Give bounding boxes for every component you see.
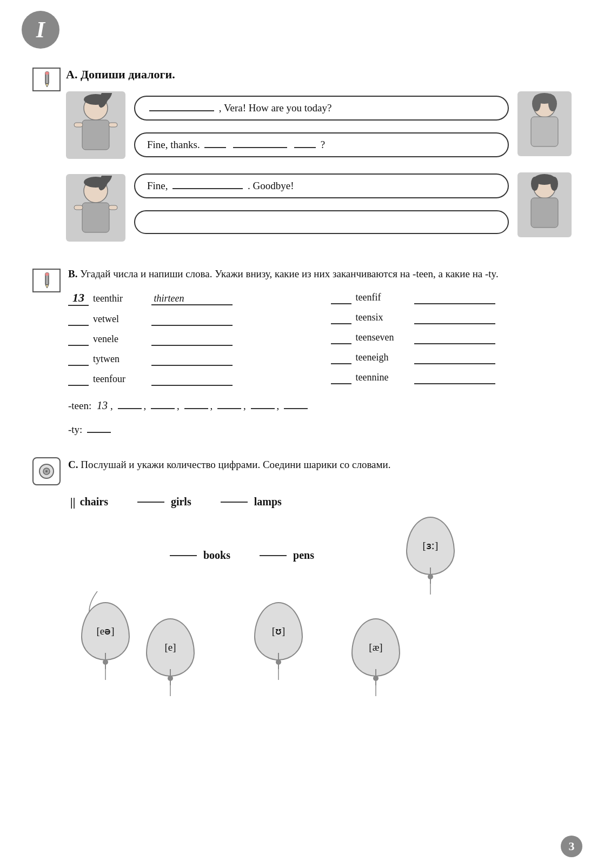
word-row-2: vetwel: [68, 312, 309, 326]
part-b-instruction: B. Угадай числа и напиши слова. Укажи вн…: [68, 266, 572, 282]
word-row-10: teennine: [331, 371, 572, 384]
speech-bubble-4: [134, 210, 509, 234]
answer-10[interactable]: [414, 372, 495, 384]
girls-item: girls: [135, 496, 191, 508]
balloon-ʊ: [ʊ]: [254, 602, 303, 696]
blank-2c[interactable]: [294, 147, 316, 148]
chairs-item: || chairs: [70, 495, 108, 509]
blank-2b[interactable]: [233, 147, 287, 148]
pencil-icon: [32, 68, 61, 91]
ty-blank-1[interactable]: [87, 432, 111, 433]
books-item: books: [168, 549, 230, 562]
dialog-1: , Vera! How are you today? Fine, thanks.…: [66, 91, 572, 242]
svg-rect-2: [45, 72, 49, 75]
word-row-4: tytwen: [68, 352, 309, 366]
teen-line: -teen: 13 , , , , , ,: [68, 395, 572, 416]
svg-point-24: [531, 177, 539, 191]
svg-point-20: [548, 96, 557, 111]
word-row-5: teenfour: [68, 372, 309, 386]
svg-rect-14: [82, 203, 109, 232]
balloon-3: [ɜː]: [406, 517, 455, 595]
teen-blank-6[interactable]: [284, 408, 308, 409]
pens-blank[interactable]: [260, 555, 287, 556]
svg-rect-7: [82, 120, 109, 150]
num-3[interactable]: [68, 332, 89, 346]
svg-point-25: [550, 177, 558, 191]
character-left-2: [66, 174, 125, 242]
svg-point-19: [532, 96, 541, 111]
word-grid: 13 teenthir thirteen vetwel venele: [68, 291, 572, 386]
svg-rect-9: [109, 123, 117, 127]
blank-3[interactable]: [172, 188, 243, 189]
balloon-æ: [æ]: [351, 618, 400, 696]
balloons-row: [eə] [e] [ʊ] [æ]: [81, 602, 400, 696]
part-b-content: B. Угадай числа и напиши слова. Укажи вн…: [68, 266, 572, 440]
items-area: || chairs girls lamps books pens [ɜː]: [70, 495, 572, 696]
svg-rect-16: [109, 205, 117, 210]
answer-7[interactable]: [414, 312, 495, 324]
word-row-8: teenseven: [331, 331, 572, 344]
num-4[interactable]: [68, 352, 89, 366]
num-1: 13: [68, 291, 89, 306]
answer-5[interactable]: [151, 373, 233, 386]
word-row-9: teeneigh: [331, 351, 572, 364]
lamps-word: lamps: [254, 496, 282, 508]
section-badge: I: [22, 11, 59, 49]
books-blank[interactable]: [170, 555, 197, 556]
svg-point-32: [45, 470, 48, 472]
chairs-tally: ||: [70, 495, 76, 509]
teen-blank-2[interactable]: [151, 408, 175, 409]
num-7[interactable]: [331, 311, 351, 324]
num-10[interactable]: [331, 371, 351, 384]
teen-blank-5[interactable]: [251, 408, 275, 409]
answer-8[interactable]: [414, 332, 495, 344]
teen-blank-1[interactable]: [118, 408, 142, 409]
blank-1[interactable]: [149, 110, 214, 111]
answer-4[interactable]: [151, 353, 233, 366]
part-c-instruction: C. Послушай и укажи количество цифрами. …: [68, 457, 572, 473]
answer-6[interactable]: [414, 292, 495, 304]
svg-rect-29: [45, 273, 49, 276]
part-c-section: C. Послушай и укажи количество цифрами. …: [32, 457, 572, 485]
word-row-1: 13 teenthir thirteen: [68, 291, 309, 306]
teen-blank-3[interactable]: [184, 408, 208, 409]
blank-2a[interactable]: [204, 147, 226, 148]
svg-marker-1: [45, 84, 49, 87]
answer-3[interactable]: [151, 333, 233, 346]
num-2[interactable]: [68, 312, 89, 326]
character-left-1: [66, 91, 125, 159]
part-b-section: B. Угадай числа и напиши слова. Укажи вн…: [32, 266, 572, 440]
audio-icon: [32, 457, 61, 485]
answer-9[interactable]: [414, 352, 495, 364]
part-c-content: C. Послушай и укажи количество цифрами. …: [68, 457, 572, 473]
girls-word: girls: [171, 496, 191, 508]
answer-2[interactable]: [151, 313, 233, 326]
num-8[interactable]: [331, 331, 351, 344]
word-row-3: venele: [68, 332, 309, 346]
pens-word: pens: [293, 549, 314, 562]
num-9[interactable]: [331, 351, 351, 364]
suffix-lines: -teen: 13 , , , , , , -ty:: [68, 395, 572, 440]
speech-bubble-3: Fine, . Goodbye!: [134, 173, 509, 198]
balloon-symbol-3: [ɜː]: [406, 517, 455, 575]
num-6[interactable]: [331, 291, 351, 304]
lamps-item: lamps: [218, 496, 282, 508]
part-a-section: A. Допиши диалоги.: [32, 68, 572, 247]
page-number: 3: [561, 836, 582, 857]
speech-bubble-1: , Vera! How are you today?: [134, 96, 509, 121]
speech-bubble-2: Fine, thanks. ?: [134, 132, 509, 157]
num-5[interactable]: [68, 372, 89, 386]
character-right-1: [517, 91, 572, 156]
part-a-content: A. Допиши диалоги.: [66, 68, 572, 247]
part-a-instruction: A. Допиши диалоги.: [66, 68, 572, 82]
svg-marker-28: [45, 285, 49, 288]
teen-blank-4[interactable]: [217, 408, 241, 409]
chairs-word: chairs: [80, 496, 108, 508]
ty-line: -ty:: [68, 419, 572, 440]
lamps-blank[interactable]: [221, 502, 248, 503]
girls-blank[interactable]: [137, 502, 164, 503]
word-row-6: teenfif: [331, 291, 572, 304]
svg-rect-8: [74, 123, 83, 127]
svg-rect-26: [531, 198, 558, 228]
balloon-e: [e]: [146, 618, 195, 696]
